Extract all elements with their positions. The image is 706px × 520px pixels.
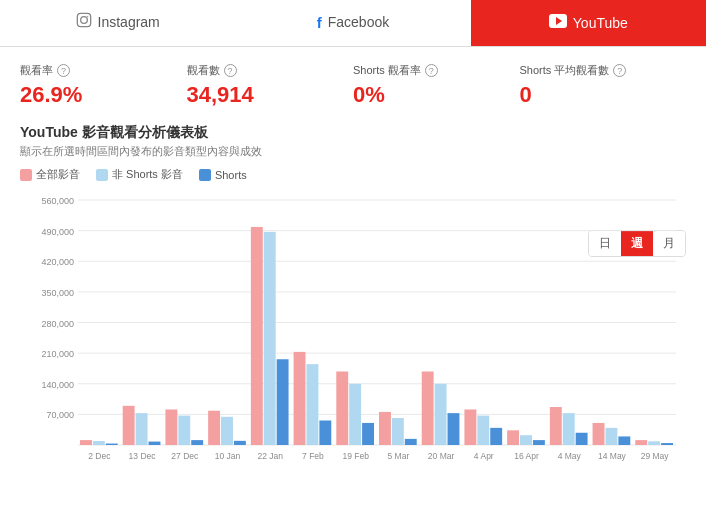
metric-shorts-avg-value: 0 — [520, 82, 687, 108]
svg-rect-55 — [435, 384, 447, 445]
metric-watch-count-value: 34,914 — [187, 82, 354, 108]
svg-rect-48 — [362, 423, 374, 445]
metrics-row: 觀看率 ? 26.9% 觀看數 ? 34,914 Shorts 觀看率 ? 0%… — [0, 47, 706, 118]
metric-shorts-watch-rate-info[interactable]: ? — [425, 64, 438, 77]
svg-text:20 Mar: 20 Mar — [428, 451, 455, 461]
svg-rect-54 — [422, 372, 434, 446]
svg-rect-44 — [319, 421, 331, 446]
svg-rect-64 — [533, 440, 545, 445]
legend-non-shorts-dot — [96, 169, 108, 181]
svg-text:4 Apr: 4 Apr — [474, 451, 494, 461]
svg-rect-22 — [80, 440, 92, 445]
svg-rect-24 — [106, 444, 118, 445]
svg-text:210,000: 210,000 — [41, 349, 74, 359]
metric-shorts-watch-rate: Shorts 觀看率 ? 0% — [353, 63, 520, 108]
svg-text:29 May: 29 May — [641, 451, 670, 461]
tab-facebook-label: Facebook — [328, 14, 389, 30]
svg-text:27 Dec: 27 Dec — [171, 451, 199, 461]
svg-rect-35 — [221, 417, 233, 445]
svg-text:420,000: 420,000 — [41, 257, 74, 267]
metric-shorts-avg-label: Shorts 平均觀看數 ? — [520, 63, 687, 78]
svg-rect-59 — [477, 416, 489, 445]
chart-svg: 560,000490,000420,000350,000280,000210,0… — [20, 190, 686, 480]
youtube-icon — [549, 14, 567, 32]
svg-text:280,000: 280,000 — [41, 319, 74, 329]
svg-rect-58 — [464, 409, 476, 445]
svg-text:19 Feb: 19 Feb — [342, 451, 369, 461]
svg-text:5 Mar: 5 Mar — [387, 451, 409, 461]
svg-rect-23 — [93, 441, 105, 445]
svg-rect-72 — [618, 436, 630, 445]
metric-shorts-avg: Shorts 平均觀看數 ? 0 — [520, 63, 687, 108]
svg-text:16 Apr: 16 Apr — [514, 451, 539, 461]
svg-point-2 — [87, 16, 88, 17]
legend-non-shorts: 非 Shorts 影音 — [96, 167, 183, 182]
legend-shorts: Shorts — [199, 169, 247, 181]
metric-watch-count-info[interactable]: ? — [224, 64, 237, 77]
svg-rect-39 — [264, 232, 276, 445]
metric-watch-rate-value: 26.9% — [20, 82, 187, 108]
svg-text:560,000: 560,000 — [41, 196, 74, 206]
svg-rect-62 — [507, 430, 519, 445]
svg-rect-26 — [123, 406, 135, 445]
metric-shorts-watch-rate-label: Shorts 觀看率 ? — [353, 63, 520, 78]
dashboard-subtitle: 顯示在所選時間區間內發布的影音類型內容與成效 — [20, 144, 686, 159]
svg-rect-51 — [392, 418, 404, 445]
chart-container: 全部影音 非 Shorts 影音 Shorts 560,000490,00042… — [20, 167, 686, 480]
metric-watch-count: 觀看數 ? 34,914 — [187, 63, 354, 108]
instagram-icon — [76, 12, 92, 32]
svg-rect-60 — [490, 428, 502, 445]
svg-rect-42 — [294, 352, 306, 445]
svg-rect-27 — [136, 413, 148, 445]
dashboard-header: YouTube 影音觀看分析儀表板 顯示在所選時間區間內發布的影音類型內容與成效… — [0, 118, 706, 167]
svg-rect-0 — [77, 13, 90, 26]
svg-text:13 Dec: 13 Dec — [129, 451, 157, 461]
svg-rect-28 — [149, 442, 161, 445]
svg-rect-74 — [635, 440, 647, 445]
dashboard-title: YouTube 影音觀看分析儀表板 — [20, 124, 686, 142]
svg-rect-36 — [234, 441, 246, 445]
svg-rect-75 — [648, 441, 660, 445]
svg-rect-71 — [605, 428, 617, 445]
legend-all-label: 全部影音 — [36, 167, 80, 182]
tab-bar: Instagram f Facebook YouTube — [0, 0, 706, 47]
svg-rect-68 — [576, 433, 588, 445]
svg-text:10 Jan: 10 Jan — [215, 451, 241, 461]
legend-all: 全部影音 — [20, 167, 80, 182]
svg-rect-66 — [550, 407, 562, 445]
svg-rect-47 — [349, 384, 361, 445]
tab-facebook[interactable]: f Facebook — [235, 0, 470, 46]
tab-youtube[interactable]: YouTube — [471, 0, 706, 46]
svg-rect-63 — [520, 435, 532, 445]
legend-all-dot — [20, 169, 32, 181]
svg-rect-50 — [379, 412, 391, 445]
svg-text:14 May: 14 May — [598, 451, 627, 461]
svg-rect-40 — [277, 359, 289, 445]
metric-watch-rate-info[interactable]: ? — [57, 64, 70, 77]
svg-rect-46 — [336, 372, 348, 446]
legend-shorts-dot — [199, 169, 211, 181]
svg-text:7 Feb: 7 Feb — [302, 451, 324, 461]
svg-rect-56 — [448, 413, 460, 445]
metric-watch-count-label: 觀看數 ? — [187, 63, 354, 78]
metric-shorts-watch-rate-value: 0% — [353, 82, 520, 108]
legend-shorts-label: Shorts — [215, 169, 247, 181]
svg-text:490,000: 490,000 — [41, 227, 74, 237]
svg-text:140,000: 140,000 — [41, 380, 74, 390]
svg-text:70,000: 70,000 — [46, 410, 74, 420]
svg-rect-32 — [191, 440, 203, 445]
tab-instagram[interactable]: Instagram — [0, 0, 235, 46]
dashboard-section: YouTube 影音觀看分析儀表板 顯示在所選時間區間內發布的影音類型內容與成效 — [0, 118, 706, 167]
svg-text:4 May: 4 May — [558, 451, 582, 461]
metric-shorts-avg-info[interactable]: ? — [613, 64, 626, 77]
facebook-icon: f — [317, 14, 322, 31]
metric-watch-rate: 觀看率 ? 26.9% — [20, 63, 187, 108]
svg-rect-43 — [306, 364, 318, 445]
tab-instagram-label: Instagram — [98, 14, 160, 30]
legend-non-shorts-label: 非 Shorts 影音 — [112, 167, 183, 182]
svg-text:2 Dec: 2 Dec — [88, 451, 111, 461]
svg-rect-34 — [208, 411, 220, 445]
svg-point-1 — [80, 17, 87, 24]
svg-text:22 Jan: 22 Jan — [257, 451, 283, 461]
svg-rect-30 — [165, 409, 177, 445]
